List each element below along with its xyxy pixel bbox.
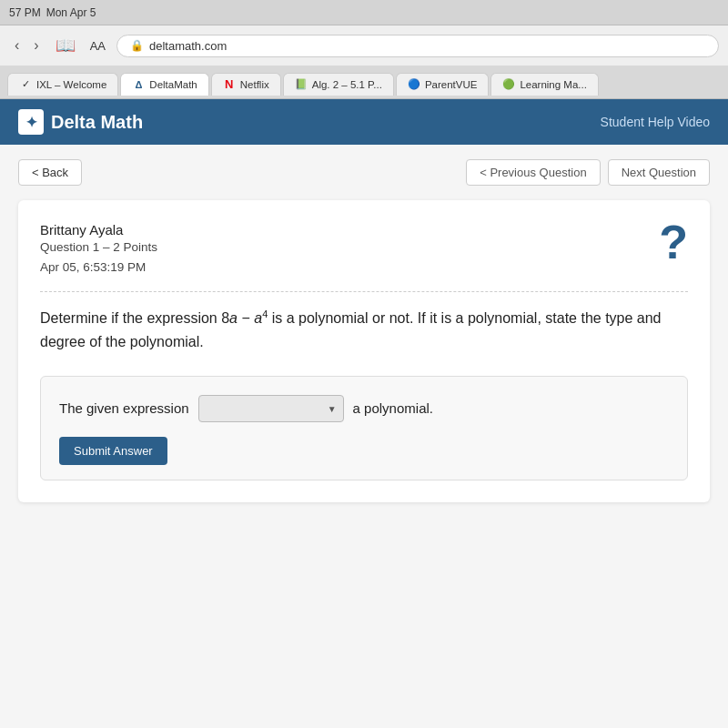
tab-learning[interactable]: 🟢 Learning Ma... (490, 73, 599, 96)
student-info: Brittany Ayala Question 1 – 2 Points Apr… (40, 222, 688, 277)
tab-ixl[interactable]: ✓ IXL – Welcome (7, 73, 118, 96)
deltamath-header: ✦ Delta Math Student Help Video (0, 99, 728, 145)
tabs-bar: ✓ IXL – Welcome Δ DeltaMath N Netflix 📗 … (0, 66, 728, 98)
alg-favicon: 📗 (295, 78, 308, 91)
lock-icon: 🔒 (130, 39, 144, 52)
question-card: ? Brittany Ayala Question 1 – 2 Points A… (18, 200, 710, 502)
browser-toolbar: ‹ › 📖 AA 🔒 deltamath.com (0, 25, 728, 66)
tab-parentvue[interactable]: 🔵 ParentVUE (396, 73, 490, 96)
back-button[interactable]: < Back (18, 159, 82, 186)
netflix-favicon: N (223, 78, 236, 91)
aa-button[interactable]: AA (86, 39, 109, 53)
student-name: Brittany Ayala (40, 222, 688, 238)
nav-buttons: ‹ › (9, 35, 45, 56)
tab-netflix[interactable]: N Netflix (211, 73, 281, 96)
ixl-favicon: ✓ (19, 78, 32, 91)
tab-netflix-label: Netflix (240, 79, 269, 90)
tab-learning-label: Learning Ma... (520, 79, 587, 90)
address-bar[interactable]: 🔒 deltamath.com (116, 35, 719, 57)
answer-label-after: a polynomial. (353, 400, 433, 416)
parentvue-favicon: 🔵 (408, 78, 420, 91)
polynomial-select[interactable]: is is not (198, 395, 344, 422)
os-bar: 57 PM Mon Apr 5 (0, 0, 728, 25)
help-icon[interactable]: ? (659, 218, 688, 266)
answer-row: The given expression is is not a polynom… (59, 395, 669, 422)
forward-nav-button[interactable]: › (28, 35, 44, 56)
os-time: 57 PM (9, 6, 41, 19)
deltamath-favicon: Δ (132, 78, 145, 91)
tab-deltamath-label: DeltaMath (149, 79, 197, 90)
url-text: deltamath.com (149, 39, 227, 53)
deltamath-logo: ✦ Delta Math (18, 109, 143, 135)
question-number: Question 1 – 2 Points (40, 238, 688, 258)
browser-chrome: ‹ › 📖 AA 🔒 deltamath.com ✓ IXL – Welcome… (0, 25, 728, 99)
submit-answer-button[interactable]: Submit Answer (59, 437, 167, 465)
question-timestamp: Apr 05, 6:53:19 PM (40, 258, 688, 278)
tab-ixl-label: IXL – Welcome (36, 79, 106, 90)
deltamath-logo-text: Delta Math (51, 112, 143, 133)
answer-label-before: The given expression (59, 400, 189, 416)
os-date: Mon Apr 5 (46, 6, 96, 19)
question-text: Determine if the expression 8a − a4 is a… (40, 307, 688, 354)
answer-area: The given expression is is not a polynom… (40, 376, 688, 480)
back-nav-button[interactable]: ‹ (9, 35, 25, 56)
main-content: < Back < Previous Question Next Question… (0, 145, 728, 728)
question-nav-right: < Previous Question Next Question (466, 159, 710, 186)
bookmarks-icon: 📖 (52, 34, 79, 57)
student-help-link[interactable]: Student Help Video (601, 115, 710, 129)
question-nav: < Back < Previous Question Next Question (18, 159, 710, 186)
tab-alg-label: Alg. 2 – 5.1 P... (312, 79, 382, 90)
select-wrapper: is is not (198, 395, 344, 422)
deltamath-logo-icon: ✦ (18, 109, 44, 135)
tab-deltamath[interactable]: Δ DeltaMath (120, 73, 208, 96)
next-question-button[interactable]: Next Question (608, 159, 710, 186)
card-divider (40, 291, 688, 292)
tab-alg[interactable]: 📗 Alg. 2 – 5.1 P... (283, 73, 394, 96)
prev-question-button[interactable]: < Previous Question (466, 159, 600, 186)
tab-parentvue-label: ParentVUE (425, 79, 478, 90)
learning-favicon: 🟢 (502, 78, 515, 91)
